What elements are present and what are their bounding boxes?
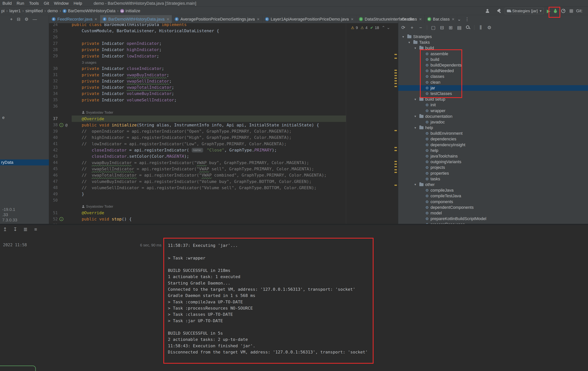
- profile-button[interactable]: [560, 8, 567, 14]
- code-line-25[interactable]: 25 CustomModule, BarDataListener, Histor…: [49, 28, 398, 34]
- line-number[interactable]: 32: [49, 79, 58, 83]
- next-issue-icon[interactable]: ⌄: [387, 25, 390, 30]
- more-options-icon[interactable]: ⋮: [465, 17, 469, 22]
- menu-item-window[interactable]: Window: [52, 1, 71, 6]
- editor-tab[interactable]: CBar.class×: [425, 15, 457, 23]
- line-number[interactable]: 34: [49, 91, 58, 96]
- warning-stripe-mark[interactable]: [394, 70, 397, 71]
- code-line-51[interactable]: 51 @Override: [49, 210, 398, 216]
- show-task-structure-icon[interactable]: ▢: [431, 25, 436, 30]
- collapse-all-icon[interactable]: ⊟: [440, 25, 444, 30]
- line-number[interactable]: 24: [49, 23, 58, 27]
- line-number[interactable]: 37: [49, 116, 58, 121]
- gradle-node-builddependents[interactable]: ⚙buildDependents: [398, 62, 588, 68]
- debug-button[interactable]: [552, 8, 559, 14]
- line-number[interactable]: 48: [49, 185, 58, 190]
- code-line-36[interactable]: 36: [49, 103, 398, 109]
- warning-stripe-mark[interactable]: [394, 72, 397, 73]
- gradle-settings-icon[interactable]: ⚙: [487, 25, 492, 30]
- gradle-node-documentation[interactable]: ▾documentation: [398, 114, 588, 119]
- menu-item-run[interactable]: Run: [14, 1, 27, 6]
- user-avatar-icon[interactable]: [484, 8, 491, 14]
- warning-stripe-mark[interactable]: [394, 75, 397, 76]
- code-line-35[interactable]: 35 private Indicator volumeSellIndicator…: [49, 97, 398, 103]
- code-line-42[interactable]: 42 closeIndicator = api.registerIndicato…: [49, 147, 398, 153]
- line-number[interactable]: 43: [49, 154, 58, 159]
- code-line-30[interactable]: 30 private Indicator closeIndicator;: [49, 65, 398, 72]
- line-number[interactable]: 39: [49, 129, 58, 134]
- notification-balloon[interactable]: [0, 366, 36, 371]
- line-number[interactable]: 47: [49, 179, 58, 184]
- gradle-node-outgoingvariants[interactable]: ⚙outgoingVariants: [398, 159, 588, 165]
- menu-item-git[interactable]: Git: [41, 1, 52, 6]
- warning-stripe-mark[interactable]: [394, 161, 397, 162]
- hide-panel-icon[interactable]: —: [33, 17, 37, 22]
- gradle-node-help[interactable]: ▾help: [398, 125, 588, 130]
- editor-tab[interactable]: CFeedRecorder.java×: [49, 15, 100, 23]
- add-gradle-project-icon[interactable]: +: [410, 25, 414, 30]
- code-line-43[interactable]: 43 closeIndicator.setColor(Color.MAGENTA…: [49, 153, 398, 160]
- code-line-40[interactable]: 40 // highIndicator = api.registerIndica…: [49, 134, 398, 140]
- editor-tab[interactable]: CLayer1ApiAveragePositionPriceDemo.java×: [262, 15, 356, 23]
- usages-inlay-hint[interactable]: 3 usages: [72, 60, 96, 65]
- line-number[interactable]: 28: [49, 48, 58, 52]
- warning-stripe-mark[interactable]: [394, 83, 397, 84]
- gradle-node-model[interactable]: ⚙model: [398, 210, 588, 216]
- code-line-31[interactable]: 31 private Indicator vwapBuyIndicator;: [49, 72, 398, 78]
- warning-stripe-mark[interactable]: [394, 58, 397, 59]
- code-line-41[interactable]: 41 // lowIndicator = api.registerIndicat…: [49, 141, 398, 147]
- run-button[interactable]: ▶: [545, 8, 552, 14]
- line-number[interactable]: 50: [49, 198, 58, 202]
- code-line-46[interactable]: 46 // vwapTotalIndicator = api.registerI…: [49, 172, 398, 178]
- gradle-node-buildenvironment[interactable]: ⚙buildEnvironment: [398, 130, 588, 136]
- gradle-node-preparekotlinbuildscriptmodel[interactable]: ⚙prepareKotlinBuildScriptModel: [398, 216, 588, 221]
- close-icon[interactable]: ×: [452, 17, 454, 22]
- search-icon[interactable]: [466, 25, 471, 30]
- warning-stripe-mark[interactable]: [394, 166, 397, 167]
- gradle-node-jar[interactable]: ⚙jar: [398, 85, 588, 91]
- expand-chevron-icon[interactable]: ▾: [414, 97, 419, 101]
- code-line-39[interactable]: 39 // openIndicator = api.registerIndica…: [49, 128, 398, 134]
- override-marker-icon[interactable]: ↑: [59, 123, 63, 127]
- refresh-gradle-icon[interactable]: ⟳: [401, 25, 406, 30]
- close-icon[interactable]: ×: [419, 17, 422, 22]
- code-line-49[interactable]: 49 }: [49, 191, 398, 197]
- remove-gradle-project-icon[interactable]: −: [418, 25, 423, 30]
- menu-item-build[interactable]: Build: [0, 1, 14, 6]
- code-line-47[interactable]: 47 // volumeBuyIndicator = api.registerI…: [49, 178, 398, 184]
- code-line-44[interactable]: 44 // vwapBuyIndicator = api.registerInd…: [49, 160, 398, 166]
- gradle-node-strategies[interactable]: ▾Strategies: [398, 34, 588, 40]
- line-number[interactable]: 45: [49, 167, 58, 171]
- line-number[interactable]: 46: [49, 173, 58, 178]
- hidden-tabs-icon[interactable]: ⌄: [457, 17, 461, 22]
- line-number[interactable]: 38: [49, 123, 58, 127]
- gradle-node-build[interactable]: ▾build: [398, 45, 588, 51]
- annotation-marker-icon[interactable]: @: [64, 123, 68, 127]
- gradle-node-tasks[interactable]: ⚙tasks: [398, 176, 588, 182]
- up-the-stack-trace-icon[interactable]: ↥: [3, 227, 8, 232]
- warning-stripe-mark[interactable]: [394, 78, 397, 79]
- code-line-37[interactable]: 37 @Override: [49, 116, 398, 122]
- gradle-node-clean[interactable]: ⚙clean: [398, 80, 588, 85]
- group-tasks-icon[interactable]: ▤: [457, 25, 462, 30]
- gradle-node-dependencyinsight[interactable]: ⚙dependencyInsight: [398, 142, 588, 148]
- close-icon[interactable]: ×: [167, 17, 169, 22]
- inspections-widget[interactable]: ⚠ 9 ⚠ 4 ✔ 18 ⌃ ⌄: [349, 25, 392, 30]
- code-line-38[interactable]: 38↑@ public void initialize(String alias…: [49, 122, 398, 128]
- warning-stripe-mark[interactable]: [394, 130, 397, 131]
- editor-tab[interactable]: CBarDemoWithHistoryData.java×: [100, 15, 172, 23]
- analyze-dependencies-icon[interactable]: ⫼: [478, 25, 483, 30]
- gradle-node-properties[interactable]: ⚙properties: [398, 170, 588, 176]
- expand-chevron-icon[interactable]: ▾: [414, 183, 419, 187]
- line-number[interactable]: 29: [49, 54, 58, 58]
- code-line-52[interactable]: 52↑ public void stop() {: [49, 216, 398, 222]
- gradle-node-projects[interactable]: ⚙projects: [398, 165, 588, 170]
- scroll-to-end-icon[interactable]: ≡: [33, 227, 38, 232]
- line-number[interactable]: 41: [49, 141, 58, 146]
- gradle-node-assemble[interactable]: ⚙assemble: [398, 51, 588, 57]
- gradle-node-components[interactable]: ⚙components: [398, 199, 588, 204]
- expand-chevron-icon[interactable]: ▾: [402, 35, 407, 39]
- line-number[interactable]: 27: [49, 41, 58, 46]
- gradle-node-javatoolchains[interactable]: ⚙javaToolchains: [398, 153, 588, 159]
- warning-stripe-mark[interactable]: [394, 80, 397, 81]
